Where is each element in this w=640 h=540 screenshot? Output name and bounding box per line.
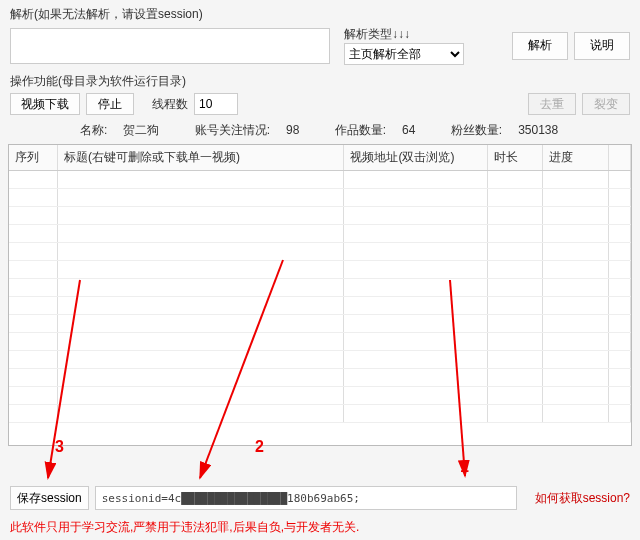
- table-row[interactable]: [9, 387, 631, 405]
- col-dur[interactable]: 时长: [487, 145, 542, 171]
- thread-input[interactable]: [194, 93, 238, 115]
- parse-input[interactable]: [10, 28, 330, 64]
- parse-section-label: 解析(如果无法解析，请设置session): [10, 6, 203, 23]
- table-row[interactable]: [9, 207, 631, 225]
- how-get-session-link[interactable]: 如何获取session?: [535, 490, 630, 507]
- table-row[interactable]: [9, 279, 631, 297]
- col-prog[interactable]: 进度: [542, 145, 608, 171]
- parse-button[interactable]: 解析: [512, 32, 568, 60]
- col-title[interactable]: 标题(右键可删除或下载单一视频): [57, 145, 344, 171]
- table-row[interactable]: [9, 369, 631, 387]
- table-row[interactable]: [9, 351, 631, 369]
- info-line: 名称:贺二狗 账号关注情况:98 作品数量:64 粉丝数量:350138: [0, 117, 640, 144]
- disclaimer-text: 此软件只用于学习交流,严禁用于违法犯罪,后果自负,与开发者无关.: [0, 519, 640, 536]
- table-row[interactable]: [9, 333, 631, 351]
- table-row[interactable]: [9, 243, 631, 261]
- table-row[interactable]: [9, 315, 631, 333]
- col-url[interactable]: 视频地址(双击浏览): [344, 145, 487, 171]
- table-row[interactable]: [9, 405, 631, 423]
- ops-section-label: 操作功能(母目录为软件运行目录): [10, 73, 186, 90]
- save-session-button[interactable]: 保存session: [10, 486, 89, 510]
- dedup-button[interactable]: 去重: [528, 93, 576, 115]
- stop-button[interactable]: 停止: [86, 93, 134, 115]
- thread-label: 线程数: [152, 96, 188, 113]
- download-button[interactable]: 视频下载: [10, 93, 80, 115]
- anno-1: 1: [460, 458, 469, 476]
- parse-type-select[interactable]: 主页解析全部: [344, 43, 464, 65]
- table-row[interactable]: [9, 261, 631, 279]
- table-row[interactable]: [9, 189, 631, 207]
- help-button[interactable]: 说明: [574, 32, 630, 60]
- col-seq[interactable]: 序列: [9, 145, 57, 171]
- col-spacer: [608, 145, 630, 171]
- parse-type-label: 解析类型↓↓↓: [344, 26, 464, 43]
- video-table[interactable]: 序列 标题(右键可删除或下载单一视频) 视频地址(双击浏览) 时长 进度: [8, 144, 632, 446]
- table-row[interactable]: [9, 171, 631, 189]
- table-row[interactable]: [9, 225, 631, 243]
- session-input[interactable]: [95, 486, 517, 510]
- table-row[interactable]: [9, 297, 631, 315]
- split-button[interactable]: 裂变: [582, 93, 630, 115]
